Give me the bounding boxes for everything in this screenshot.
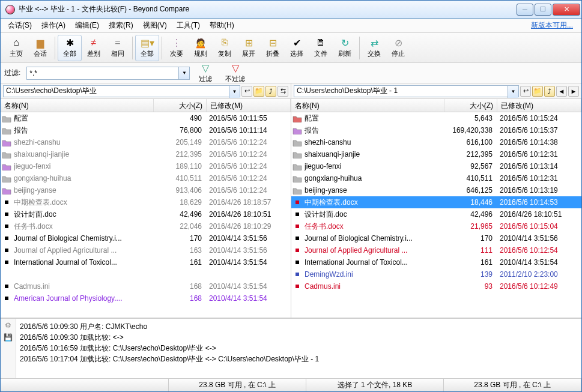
table-row[interactable] — [1, 268, 291, 280]
table-row[interactable]: American Journal of Physiology....168201… — [1, 292, 291, 304]
new-version-link[interactable]: 新版本可用... — [526, 19, 579, 32]
save-icon[interactable]: 💾 — [4, 333, 13, 342]
swap-button[interactable]: ⇄交换 — [362, 35, 386, 61]
table-row[interactable]: 任务书.docx22,0462016/4/26 18:10:29 — [1, 220, 291, 232]
all2-button[interactable]: ▤▾全部 — [135, 35, 159, 61]
left-up-button[interactable]: ⤴ — [265, 86, 276, 97]
table-row[interactable]: Cadmus.ini1682010/4/14 3:51:54 — [1, 280, 291, 292]
left-sync-button[interactable]: ⇆ — [277, 86, 288, 97]
table-row[interactable]: 报告169,420,3382016/5/6 10:15:37 — [291, 124, 581, 136]
right-up-button[interactable]: ⤴ — [544, 86, 555, 97]
filter-button[interactable]: ▽过滤 — [193, 64, 217, 82]
col-name-header[interactable]: 名称(N) — [291, 99, 444, 112]
row-date: 2016/5/6 10:15:37 — [496, 126, 580, 134]
right-prev-button[interactable]: ◄ — [556, 86, 567, 97]
left-history-button[interactable]: ↩ — [241, 86, 252, 97]
same-button[interactable]: =相同 — [106, 35, 130, 61]
table-row[interactable]: Journal of Applied Agricultural ...11120… — [291, 244, 581, 256]
table-row[interactable]: International Journal of Toxicol...16120… — [291, 256, 581, 268]
left-grid-body[interactable]: 配置4902016/5/6 10:11:55报告76,8002016/5/6 1… — [1, 112, 291, 318]
session-button[interactable]: ▆会话 — [28, 35, 52, 61]
menu-search[interactable]: 搜索(R) — [104, 19, 138, 32]
refresh-button[interactable]: ↻刷新 — [333, 35, 357, 61]
stop-button[interactable]: ⊘停止 — [386, 35, 410, 61]
table-row[interactable]: Journal of Biological Chemistry.i...1702… — [1, 232, 291, 244]
filter-dropdown-button[interactable]: ▼ — [178, 67, 189, 79]
right-grid-body[interactable]: 配置5,6432016/5/6 10:15:24报告169,420,338201… — [291, 112, 581, 318]
table-row[interactable]: beijing-yanse646,1252016/5/6 10:13:19 — [291, 184, 581, 196]
table-row[interactable]: Journal of Applied Agricultural ...16320… — [1, 244, 291, 256]
close-button[interactable]: ✕ — [553, 4, 580, 16]
table-row[interactable]: shaixuanqi-jianjie212,3952016/5/6 10:12:… — [1, 148, 291, 160]
left-path-dropdown[interactable]: ▼ — [229, 86, 240, 98]
menu-edit[interactable]: 编辑(E) — [70, 19, 104, 32]
col-modified-header[interactable]: 已修改(M) — [497, 99, 581, 112]
left-path-input[interactable] — [3, 85, 240, 97]
table-row[interactable]: 任务书.docx21,9652016/5/6 10:15:04 — [291, 220, 581, 232]
right-path-input[interactable] — [294, 85, 519, 97]
table-row[interactable]: 设计封面.doc42,4962016/4/26 18:10:51 — [1, 208, 291, 220]
right-path-dropdown[interactable]: ▼ — [508, 86, 518, 98]
table-row[interactable]: beijing-yanse913,4062016/5/6 10:12:24 — [1, 184, 291, 196]
table-row[interactable]: Cadmus.ini932016/5/6 10:12:49 — [291, 280, 581, 292]
select-button[interactable]: ✔选择 — [285, 35, 309, 61]
table-row[interactable]: 配置5,6432016/5/6 10:15:24 — [291, 112, 581, 124]
rules-button[interactable]: 🙍规则 — [189, 35, 213, 61]
table-row[interactable]: jieguo-fenxi92,5672016/5/6 10:13:14 — [291, 160, 581, 172]
row-icon — [293, 186, 302, 194]
row-date: 2016/5/6 10:14:38 — [496, 138, 580, 146]
table-row[interactable]: 中期检查表.docx18,6292016/4/26 18:18:57 — [1, 196, 291, 208]
gear-icon[interactable]: ⚙ — [5, 321, 11, 330]
filter-input[interactable] — [26, 67, 190, 80]
right-history-button[interactable]: ↩ — [520, 86, 531, 97]
col-name-header[interactable]: 名称(N) — [1, 99, 154, 112]
table-row[interactable]: shaixuanqi-jianjie212,3952016/5/6 10:12:… — [291, 148, 581, 160]
left-browse-button[interactable]: 📁 — [253, 86, 264, 97]
table-row[interactable]: International Journal of Toxicol...16120… — [1, 256, 291, 268]
minor-button[interactable]: ⋮次要 — [165, 35, 189, 61]
row-name: International Journal of Toxicol... — [305, 258, 443, 267]
collapse-button[interactable]: ⊟折叠 — [261, 35, 285, 61]
diff-button[interactable]: ≠差别 — [82, 35, 106, 61]
row-size: 168 — [153, 294, 205, 303]
right-browse-button[interactable]: 📁 — [532, 86, 543, 97]
table-row[interactable]: 设计封面.doc42,4962016/4/26 18:10:51 — [291, 208, 581, 220]
table-row[interactable]: 报告76,8002016/5/6 10:11:14 — [1, 124, 291, 136]
table-row[interactable]: DemingWzd.ini1392011/2/10 2:23:00 — [291, 268, 581, 280]
right-pathbar: ▼ ↩ 📁 ⤴ ◄ ► — [291, 83, 581, 99]
table-row[interactable]: shezhi-canshu616,1002016/5/6 10:14:38 — [291, 136, 581, 148]
table-row[interactable]: jieguo-fenxi189,1102016/5/6 10:12:24 — [1, 160, 291, 172]
copy-button[interactable]: ⎘复制 — [213, 35, 237, 61]
nofilter-button[interactable]: ▽不过滤 — [221, 64, 249, 82]
all-button[interactable]: ✱全部 — [58, 35, 82, 61]
menu-help[interactable]: 帮助(H) — [205, 19, 239, 32]
table-row[interactable]: gongxiang-huihua410,5112016/5/6 10:12:24 — [1, 172, 291, 184]
col-size-header[interactable]: 大小(Z) — [444, 99, 497, 112]
menu-session[interactable]: 会话(S) — [3, 19, 37, 32]
table-row[interactable]: Journal of Biological Chemistry.i...1702… — [291, 232, 581, 244]
menu-action[interactable]: 操作(A) — [37, 19, 70, 32]
menu-tools[interactable]: 工具(T) — [172, 19, 205, 32]
row-icon — [2, 138, 11, 146]
col-modified-header[interactable]: 已修改(M) — [207, 99, 291, 112]
swap-icon: ⇄ — [369, 37, 380, 48]
row-size: 169,420,338 — [443, 126, 496, 134]
maximize-button[interactable]: ☐ — [535, 4, 551, 16]
table-row[interactable]: gongxiang-huihua410,5112016/5/6 10:12:31 — [291, 172, 581, 184]
log-lines[interactable]: 2016/5/6 10:09:30 用户名: CJMKT\echo2016/5/… — [16, 319, 581, 378]
home-button[interactable]: ⌂主页 — [4, 35, 28, 61]
table-row[interactable]: 配置4902016/5/6 10:11:55 — [1, 112, 291, 124]
expand-button[interactable]: ⊞展开 — [237, 35, 261, 61]
right-next-button[interactable]: ► — [568, 86, 579, 97]
minimize-button[interactable]: ─ — [517, 4, 533, 16]
menu-view[interactable]: 视图(V) — [138, 19, 172, 32]
row-name: shaixuanqi-jianjie — [14, 150, 153, 158]
row-size: 163 — [153, 246, 205, 255]
status-disk-right: 23.8 GB 可用 , 在 C:\ 上 — [444, 379, 581, 391]
files-button[interactable]: 🗎文件 — [309, 35, 333, 61]
titlebar: 毕业 <--> 毕业 - 1 - 文件夹比较(F) - Beyond Compa… — [1, 1, 581, 19]
col-size-header[interactable]: 大小(Z) — [154, 99, 207, 112]
table-row[interactable]: shezhi-canshu205,1492016/5/6 10:12:24 — [1, 136, 291, 148]
table-row[interactable]: 中期检查表.docx18,4462016/5/6 10:14:53 — [291, 196, 581, 208]
row-size: 170 — [153, 234, 205, 243]
